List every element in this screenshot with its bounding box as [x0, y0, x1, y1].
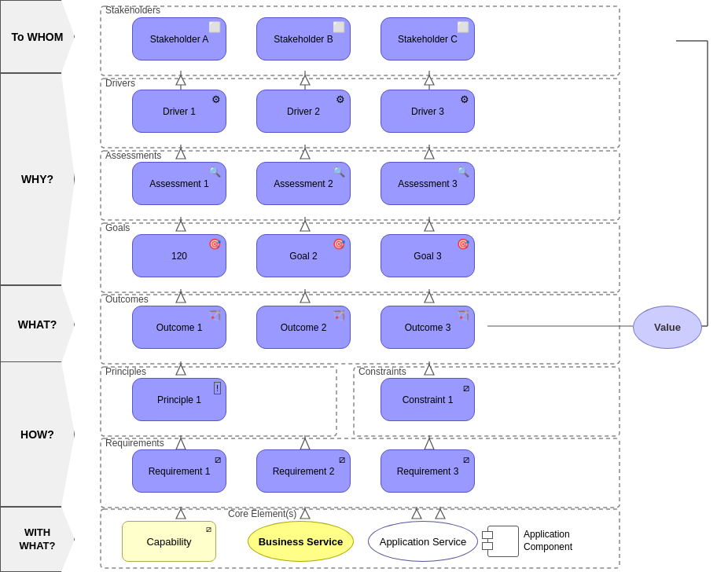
application-component-legend: Application Component	[487, 521, 605, 562]
svg-text:Drivers: Drivers	[105, 78, 135, 89]
stakeholder-a-icon: ⬜	[208, 21, 221, 33]
svg-marker-59	[300, 509, 310, 519]
driver-1-label: Driver 1	[163, 106, 196, 117]
business-service-label: Business Service	[259, 536, 344, 548]
requirement-1-node: Requirement 1 ⧄	[132, 449, 226, 493]
stakeholder-a-label: Stakeholder A	[150, 34, 209, 45]
assessment-1-node: Assessment 1 🔍	[132, 162, 226, 205]
business-service-node: Business Service	[248, 521, 354, 562]
svg-marker-55	[425, 438, 434, 449]
goal-3-label: Goal 3	[414, 251, 441, 262]
label-how: HOW?	[0, 361, 75, 507]
value-node: Value	[633, 306, 702, 349]
svg-text:Outcomes: Outcomes	[105, 294, 149, 305]
driver-3-label: Driver 3	[411, 106, 444, 117]
assessment-1-icon: 🔍	[208, 166, 221, 178]
driver-2-icon: ⚙	[336, 94, 345, 105]
requirement-1-label: Requirement 1	[149, 466, 211, 477]
svg-marker-36	[300, 221, 310, 231]
requirement-2-node: Requirement 2 ⧄	[256, 449, 351, 493]
principle-1-icon: !	[214, 382, 221, 394]
svg-marker-42	[300, 292, 310, 302]
assessment-2-label: Assessment 2	[274, 178, 333, 189]
svg-marker-34	[176, 221, 186, 231]
outcome-3-node: Outcome 3 🏹	[381, 306, 475, 349]
goal-3-icon: 🎯	[457, 238, 469, 250]
svg-marker-22	[176, 75, 186, 85]
stakeholder-c-label: Stakeholder C	[398, 34, 458, 45]
label-to-whom: To WHOM	[0, 0, 75, 73]
outcome-3-label: Outcome 3	[405, 322, 451, 333]
requirement-3-label: Requirement 3	[397, 466, 459, 477]
assessment-2-node: Assessment 2 🔍	[256, 162, 351, 205]
label-why: WHY?	[0, 73, 75, 285]
principle-1-label: Principle 1	[157, 394, 201, 405]
assessment-3-icon: 🔍	[457, 166, 469, 178]
outcome-1-node: Outcome 1 🏹	[132, 306, 226, 349]
constraint-1-icon: ⧄	[463, 382, 469, 394]
label-with-what: WITH WHAT?	[0, 507, 75, 572]
requirement-3-node: Requirement 3 ⧄	[381, 449, 475, 493]
requirement-2-label: Requirement 2	[273, 466, 335, 477]
capability-node: Capability ⧄	[122, 521, 216, 562]
goal-1-node: 120 🎯	[132, 234, 226, 277]
driver-3-icon: ⚙	[460, 94, 469, 105]
stakeholder-c-node: Stakeholder C ⬜	[381, 17, 475, 60]
outcome-1-label: Outcome 1	[156, 322, 203, 333]
principle-1-node: Principle 1 !	[132, 378, 226, 421]
stakeholder-c-icon: ⬜	[457, 21, 469, 33]
requirement-3-icon: ⧄	[463, 453, 469, 466]
application-component-label: Application Component	[524, 529, 572, 553]
svg-text:Requirements: Requirements	[105, 438, 164, 449]
goal-1-label: 120	[171, 251, 187, 262]
svg-marker-40	[176, 292, 186, 302]
driver-1-icon: ⚙	[211, 94, 221, 105]
svg-marker-63	[436, 509, 445, 519]
svg-marker-61	[412, 509, 421, 519]
outcome-2-icon: 🏹	[333, 310, 345, 321]
assessment-3-label: Assessment 3	[398, 178, 457, 189]
svg-text:Goals: Goals	[105, 222, 130, 233]
stakeholder-a-node: Stakeholder A ⬜	[132, 17, 226, 60]
svg-text:Constraints: Constraints	[358, 366, 406, 377]
svg-marker-49	[425, 365, 434, 375]
outcome-2-node: Outcome 2 🏹	[256, 306, 351, 349]
svg-marker-57	[176, 509, 186, 519]
requirement-2-icon: ⧄	[339, 453, 345, 466]
assessment-3-node: Assessment 3 🔍	[381, 162, 475, 205]
svg-marker-28	[176, 148, 186, 159]
svg-text:Stakeholders: Stakeholders	[105, 5, 160, 16]
stakeholder-b-label: Stakeholder B	[274, 34, 333, 45]
application-service-node: Application Service	[368, 521, 478, 562]
requirement-1-icon: ⧄	[215, 453, 221, 466]
goal-2-icon: 🎯	[333, 238, 345, 250]
stakeholder-b-icon: ⬜	[333, 21, 345, 33]
svg-text:Core Element(s): Core Element(s)	[228, 508, 296, 519]
svg-marker-38	[425, 221, 434, 231]
capability-label: Capability	[146, 536, 191, 548]
driver-2-label: Driver 2	[287, 106, 320, 117]
svg-marker-30	[300, 148, 310, 159]
constraint-1-label: Constraint 1	[403, 394, 454, 405]
driver-2-node: Driver 2 ⚙	[256, 90, 351, 133]
application-service-label: Application Service	[380, 536, 467, 548]
goal-2-label: Goal 2	[289, 251, 317, 262]
driver-1-node: Driver 1 ⚙	[132, 90, 226, 133]
svg-marker-53	[300, 438, 310, 449]
stakeholder-b-node: Stakeholder B ⬜	[256, 17, 351, 60]
goal-2-node: Goal 2 🎯	[256, 234, 351, 277]
value-label: Value	[654, 321, 681, 333]
goal-3-node: Goal 3 🎯	[381, 234, 475, 277]
svg-marker-26	[425, 75, 434, 85]
svg-text:Principles: Principles	[105, 366, 146, 377]
outcome-1-icon: 🏹	[208, 310, 221, 321]
diagram-container: To WHOM WHY? WHAT? HOW? WITH WHAT? Stake…	[0, 0, 728, 572]
svg-marker-47	[176, 365, 186, 375]
outcome-2-label: Outcome 2	[281, 322, 327, 333]
svg-marker-24	[300, 75, 310, 85]
connections-svg: Stakeholders Drivers Assessments Goals O…	[0, 0, 728, 572]
assessment-2-icon: 🔍	[333, 166, 345, 178]
svg-marker-32	[425, 148, 434, 159]
assessment-1-label: Assessment 1	[149, 178, 208, 189]
svg-marker-51	[176, 438, 186, 449]
